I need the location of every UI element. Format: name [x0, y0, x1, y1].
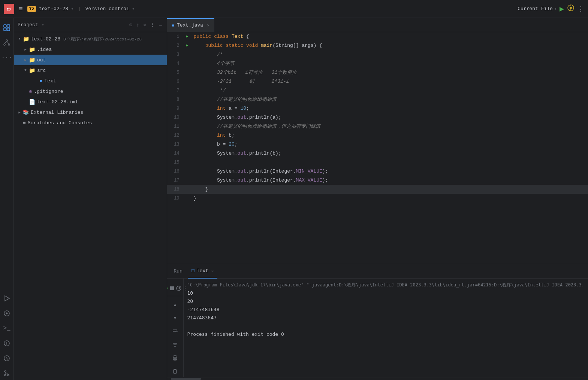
svg-point-10	[6, 40, 7, 41]
code-content-3: /*	[191, 50, 223, 59]
pause-run-icon[interactable]	[176, 282, 181, 294]
java-tab-icon: ●	[172, 22, 175, 28]
folder-icon-idea: 📁	[29, 46, 35, 53]
structure-icon[interactable]	[0, 36, 13, 49]
editor-tab-text-java[interactable]: ● Text.java ✕	[167, 18, 214, 32]
sidebar-add-icon[interactable]: ⊕	[129, 21, 133, 29]
svg-rect-29	[170, 286, 174, 290]
code-line-1: 1 ▶ public class Text {	[167, 32, 588, 41]
tree-item-ext-libs[interactable]: ▶ 📚 External Libraries	[14, 107, 167, 118]
tree-arrow-src: ▼	[23, 68, 28, 73]
restart-icon[interactable]	[167, 282, 168, 294]
app-logo: IJ	[4, 4, 14, 14]
git-icon[interactable]	[0, 367, 13, 380]
code-line-11: 11 //在定义的时候没给初始值，但之后有专门赋值	[167, 122, 588, 131]
code-editor[interactable]: 1 ▶ public class Text { 2 ▶ public stati…	[167, 32, 588, 264]
debug-icon[interactable]	[0, 307, 13, 320]
main-layout: ··· >_ Project ▾ ⊕ ↑ ✕	[0, 18, 588, 380]
line-number-14: 14	[167, 149, 184, 158]
more-tools-icon[interactable]: ···	[0, 51, 13, 64]
svg-point-11	[4, 44, 5, 45]
right-panel: ● Text.java ✕ 1 ▶ public class Text { 2 …	[167, 18, 588, 380]
sidebar-close-icon[interactable]: ✕	[142, 21, 147, 29]
trash-icon[interactable]	[169, 365, 181, 377]
line-number-19: 19	[167, 194, 184, 203]
tree-arrow-scratches: ▶	[17, 120, 22, 125]
run-gutter-2[interactable]: ▶	[184, 41, 191, 50]
svg-point-30	[177, 286, 181, 291]
line-number-7: 7	[167, 86, 184, 95]
svg-rect-41	[174, 370, 177, 373]
svg-point-25	[7, 374, 9, 376]
wrap-icon[interactable]	[169, 326, 181, 337]
tree-item-iml[interactable]: ▶ 📄 text-02-28.iml	[14, 97, 167, 107]
print-icon[interactable]	[169, 352, 181, 364]
svg-rect-6	[4, 25, 6, 27]
version-control-dropdown[interactable]: Version control ▾	[85, 6, 135, 12]
time-icon[interactable]	[0, 352, 13, 365]
hamburger-menu-icon[interactable]: ≡	[17, 4, 24, 14]
code-line-9: 9 int a = 10;	[167, 104, 588, 113]
current-file-dropdown[interactable]: Current File ▾	[518, 6, 557, 12]
console-output-10: 10	[187, 289, 584, 297]
console-area[interactable]: "C:\Program Files\Java\jdk-17\bin\java.e…	[184, 279, 588, 377]
debug-button[interactable]	[567, 4, 575, 14]
tree-item-text[interactable]: ▶ ● Text	[14, 76, 167, 86]
tree-item-gitignore[interactable]: ▶ ⊘ .gitignore	[14, 86, 167, 97]
more-options-icon[interactable]: ⋮	[578, 5, 584, 13]
tree-item-scratches[interactable]: ▶ ≡ Scratches and Consoles	[14, 118, 167, 128]
tree-arrow-gitignore: ▶	[23, 89, 28, 94]
code-lines: 1 ▶ public class Text { 2 ▶ public stati…	[167, 32, 588, 264]
sidebar-more-icon[interactable]: ⋮	[149, 21, 156, 29]
scroll-down-icon[interactable]: ▼	[169, 312, 181, 324]
sidebar-minimize-icon[interactable]: —	[158, 21, 163, 29]
run-button[interactable]: ▶	[560, 4, 564, 13]
folder-icon-src: 📁	[29, 67, 35, 74]
line-number-18: 18	[167, 185, 184, 194]
line-number-17: 17	[167, 176, 184, 185]
tree-item-root[interactable]: ▼ 📁 text-02-28 D:\程序\java\程序\2024\text-0…	[14, 34, 167, 44]
tree-arrow-root: ▼	[17, 36, 22, 42]
code-content-19: }	[191, 194, 197, 203]
tree-item-out[interactable]: ▶ 📁 out	[14, 55, 167, 65]
project-view-icon[interactable]	[0, 21, 13, 34]
line-number-4: 4	[167, 59, 184, 68]
tree-label-src: src	[37, 68, 46, 73]
console-blank	[187, 322, 584, 330]
sidebar-collapse-icon[interactable]: ↑	[135, 21, 140, 29]
sidebar-header: Project ▾ ⊕ ↑ ✕ ⋮ —	[14, 18, 167, 32]
line-number-12: 12	[167, 131, 184, 140]
tree-item-idea[interactable]: ▶ 📁 .idea	[14, 44, 167, 55]
libs-icon: 📚	[23, 109, 29, 115]
stop-icon[interactable]	[169, 282, 175, 294]
svg-point-20	[6, 344, 7, 345]
editor-tab-close-icon[interactable]: ✕	[207, 23, 209, 28]
terminal-icon[interactable]: >_	[0, 322, 13, 335]
bottom-scrollbar[interactable]	[167, 377, 588, 380]
run-icon[interactable]	[0, 292, 13, 305]
filter-icon[interactable]	[169, 339, 181, 350]
line-number-15: 15	[167, 158, 184, 167]
editor-tab-name: Text.java	[177, 22, 203, 28]
code-line-19: 19 }	[167, 194, 588, 203]
problems-icon[interactable]	[0, 337, 13, 350]
sidebar-actions: ⊕ ↑ ✕ ⋮ —	[129, 21, 163, 29]
sidebar: Project ▾ ⊕ ↑ ✕ ⋮ — ▼ 📁 text-02-28 D:\程序…	[14, 18, 167, 380]
code-content-13: b = 20;	[191, 140, 238, 149]
run-tab-label: Run	[174, 268, 183, 274]
svg-point-3	[570, 7, 572, 9]
svg-point-24	[4, 374, 6, 376]
bottom-tabs: Run □ Text ✕	[167, 264, 588, 279]
text-tab-close-icon[interactable]: ✕	[211, 269, 214, 273]
line-number-8: 8	[167, 95, 184, 104]
scroll-up-icon[interactable]: ▲	[169, 299, 181, 311]
svg-line-14	[7, 41, 9, 44]
tree-label-text: Text	[44, 78, 56, 84]
bottom-tab-text[interactable]: □ Text ✕	[188, 264, 217, 279]
project-name-dropdown[interactable]: text-02-28 ▾	[39, 6, 73, 12]
bottom-tab-run[interactable]: Run	[170, 264, 186, 279]
tree-item-src[interactable]: ▼ 📁 src	[14, 65, 167, 76]
svg-point-26	[4, 371, 6, 372]
bottom-panel: Run □ Text ✕	[167, 264, 588, 380]
run-gutter-1[interactable]: ▶	[184, 32, 191, 41]
